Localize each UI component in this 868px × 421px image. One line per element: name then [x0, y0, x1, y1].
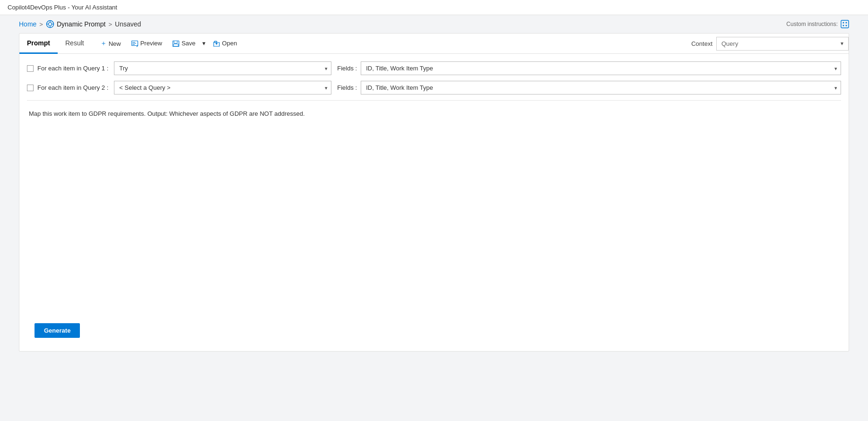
- query-dropdown[interactable]: Query ▾: [716, 37, 849, 51]
- query2-row: For each item in Query 2 : < Select a Qu…: [27, 81, 841, 95]
- query2-left: For each item in Query 2 :: [27, 84, 108, 91]
- generate-button[interactable]: Generate: [35, 323, 80, 338]
- save-dropdown-arrow: ▾: [202, 40, 206, 47]
- open-button[interactable]: Open: [208, 36, 242, 51]
- query1-label: For each item in Query 1 :: [37, 65, 108, 72]
- preview-button[interactable]: Preview: [127, 36, 167, 51]
- save-button[interactable]: Save: [168, 36, 200, 51]
- query1-fields-wrapper: ID, Title, Work Item Type ▾: [361, 61, 841, 75]
- breadcrumb-home[interactable]: Home: [19, 20, 36, 28]
- tabs-row: Prompt Result ＋ New Prev: [19, 34, 849, 54]
- query1-left: For each item in Query 1 :: [27, 65, 108, 72]
- query2-select[interactable]: < Select a Query >: [114, 81, 331, 95]
- toolbar: ＋ New Preview: [95, 35, 242, 52]
- dynamic-prompt-icon: [46, 20, 54, 28]
- query1-fields-label: Fields :: [337, 65, 357, 72]
- breadcrumb-unsaved: Unsaved: [115, 20, 141, 28]
- svg-point-9: [843, 25, 844, 26]
- main-content: Prompt Result ＋ New Prev: [19, 33, 849, 352]
- prompt-textarea[interactable]: [27, 104, 841, 303]
- query1-select[interactable]: Try: [114, 61, 331, 75]
- app-title-text: Copilot4DevOps Plus - Your AI Assistant: [8, 4, 117, 11]
- tab-result[interactable]: Result: [58, 34, 92, 54]
- custom-instructions-label: Custom instructions:: [786, 21, 838, 27]
- svg-point-10: [846, 25, 847, 26]
- custom-instructions[interactable]: Custom instructions:: [786, 20, 849, 28]
- breadcrumb-sep1: >: [39, 21, 43, 28]
- query1-fields: Fields : ID, Title, Work Item Type ▾: [337, 61, 841, 75]
- breadcrumb-sep2: >: [108, 21, 112, 28]
- breadcrumb-dynamic-prompt: Dynamic Prompt: [46, 20, 105, 28]
- svg-rect-6: [841, 20, 849, 28]
- save-icon: [173, 40, 180, 47]
- breadcrumb-bar: Home > Dynamic Prompt > Unsaved Custom i…: [0, 15, 868, 33]
- tab-prompt[interactable]: Prompt: [19, 34, 58, 54]
- app-title-bar: Copilot4DevOps Plus - Your AI Assistant: [0, 0, 868, 15]
- svg-point-8: [846, 22, 847, 24]
- query2-fields-wrapper: ID, Title, Work Item Type ▾: [361, 81, 841, 95]
- query1-select-wrapper: Try ▾: [114, 61, 331, 75]
- new-icon: ＋: [100, 39, 107, 48]
- query2-fields-label: Fields :: [337, 84, 357, 91]
- svg-rect-17: [174, 44, 178, 46]
- query2-checkbox[interactable]: [27, 85, 34, 91]
- custom-instructions-icon: [841, 20, 849, 28]
- right-controls: Context Query ▾: [691, 37, 849, 51]
- svg-rect-16: [174, 41, 177, 43]
- content-area: For each item in Query 1 : Try ▾ Fields …: [19, 54, 849, 312]
- query-dropdown-chevron: ▾: [841, 40, 843, 47]
- query1-row: For each item in Query 1 : Try ▾ Fields …: [27, 61, 841, 75]
- query2-label: For each item in Query 2 :: [37, 84, 108, 91]
- bottom-generate: Generate: [19, 312, 849, 351]
- query1-fields-select[interactable]: ID, Title, Work Item Type: [361, 61, 841, 75]
- query-dropdown-label: Query: [721, 40, 738, 47]
- query2-fields: Fields : ID, Title, Work Item Type ▾: [337, 81, 841, 95]
- open-icon: [213, 40, 220, 47]
- breadcrumb: Home > Dynamic Prompt > Unsaved: [19, 20, 141, 28]
- save-group: Save ▾: [168, 36, 208, 51]
- svg-point-7: [843, 22, 844, 24]
- divider: [27, 100, 841, 101]
- query2-select-wrapper: < Select a Query > ▾: [114, 81, 331, 95]
- query2-fields-select[interactable]: ID, Title, Work Item Type: [361, 81, 841, 95]
- svg-point-1: [48, 23, 52, 26]
- preview-icon: [131, 40, 139, 47]
- save-dropdown-button[interactable]: ▾: [200, 36, 208, 51]
- query1-checkbox[interactable]: [27, 65, 34, 72]
- context-label: Context: [691, 40, 712, 47]
- new-button[interactable]: ＋ New: [95, 35, 126, 52]
- dynamic-prompt-text: Dynamic Prompt: [57, 20, 105, 28]
